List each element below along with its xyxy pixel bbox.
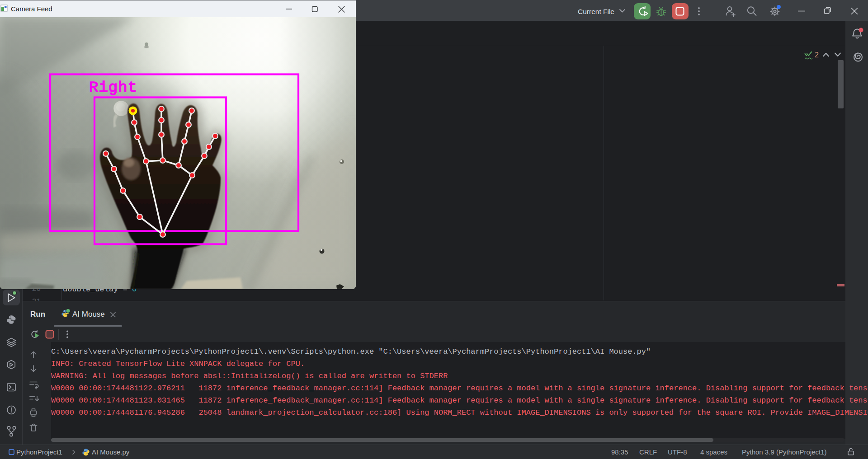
svg-text:Right: Right: [89, 79, 137, 96]
